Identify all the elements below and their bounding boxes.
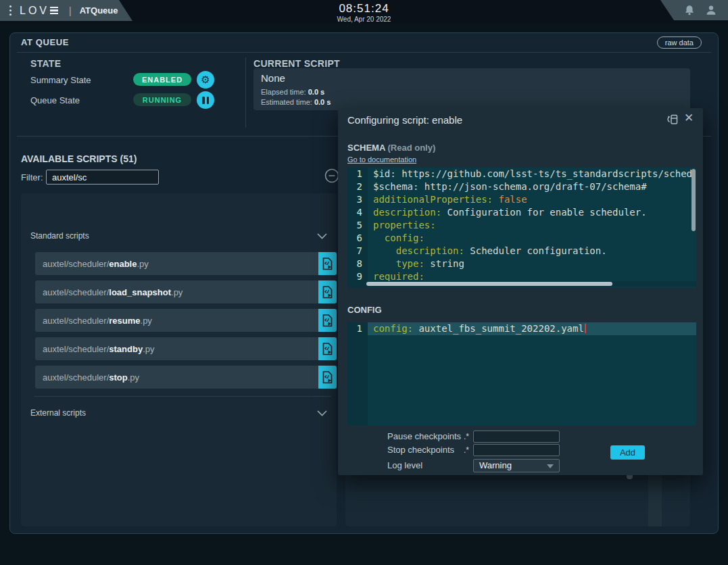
- code-line: 8 type: string: [347, 257, 696, 270]
- launch-script-button[interactable]: [318, 337, 337, 360]
- text-cursor: [585, 324, 586, 333]
- script-row[interactable]: auxtel/scheduler/enable.py: [35, 252, 337, 275]
- code-line: 7 description: Scheduler configuration.: [347, 245, 696, 257]
- logo-text: LOV: [20, 5, 49, 17]
- launch-script-icon: [322, 371, 333, 384]
- menu-kebab-icon[interactable]: [8, 4, 13, 17]
- stop-checkpoints-pattern: .*: [464, 445, 473, 455]
- detach-window-icon[interactable]: [666, 113, 679, 126]
- configure-script-modal: Configuring script: enable ✕ SCHEMA (Rea…: [338, 108, 703, 475]
- code-line: 2$schema: http://json-schema.org/draft-0…: [347, 180, 696, 193]
- settings-gear-button[interactable]: ⚙: [197, 71, 214, 89]
- divider: [17, 52, 711, 53]
- page-title: ATQueue: [80, 5, 118, 16]
- script-path: auxtel/scheduler/standby.py: [35, 337, 318, 360]
- pause-checkpoints-pattern: .*: [464, 432, 473, 441]
- current-script-heading: CURRENT SCRIPT: [253, 58, 340, 69]
- select-arrow-icon: [547, 464, 554, 468]
- modal-title: Configuring script: enable: [347, 114, 462, 126]
- header-right-block: [647, 0, 728, 20]
- config-heading: CONFIG: [347, 305, 382, 315]
- chevron-down-icon: [317, 410, 327, 416]
- code-line: 5properties:: [347, 219, 696, 232]
- love-logo: LOV: [20, 5, 58, 17]
- stop-checkpoints-label: Stop checkpoints: [387, 445, 464, 455]
- script-row[interactable]: auxtel/scheduler/load_snapshot.py: [35, 280, 337, 303]
- launch-script-icon: [322, 314, 333, 327]
- stop-checkpoints-row: Stop checkpoints .*: [387, 443, 560, 456]
- script-path: auxtel/scheduler/resume.py: [35, 309, 318, 332]
- filter-label: Filter:: [21, 172, 43, 182]
- pause-checkpoints-label: Pause checkpoints: [387, 431, 464, 441]
- launch-script-button[interactable]: [318, 252, 337, 275]
- gear-icon: ⚙: [201, 75, 210, 85]
- schema-readonly-note: (Read only): [387, 143, 435, 153]
- clock: 08:51:24 Wed, Apr 20 2022: [337, 2, 391, 23]
- close-icon[interactable]: ✕: [684, 111, 694, 124]
- schema-code-editor[interactable]: 1$id: https://github.com/lsst-ts/ts_stan…: [347, 168, 696, 288]
- header-left-block: LOV | ATQueue: [0, 0, 132, 21]
- log-level-label: Log level: [387, 460, 473, 470]
- summary-state-label: Summary State: [30, 75, 91, 85]
- code-line: 1config: auxtel_fbs_summit_202202.yaml: [347, 322, 696, 335]
- code-line: 4description: Configuration for enable s…: [347, 206, 696, 219]
- schema-hscrollbar-thumb[interactable]: [366, 282, 612, 286]
- standard-scripts-group-header[interactable]: Standard scripts: [30, 226, 327, 246]
- log-level-select[interactable]: Warning: [473, 459, 560, 472]
- launch-script-button[interactable]: [318, 309, 337, 332]
- script-row[interactable]: auxtel/scheduler/stop.py: [35, 366, 337, 389]
- notifications-bell-icon[interactable]: [683, 4, 696, 16]
- schema-vscrollbar-thumb[interactable]: [691, 169, 696, 231]
- clock-date: Wed, Apr 20 2022: [337, 16, 391, 23]
- pause-checkpoints-input[interactable]: [473, 431, 560, 443]
- summary-state-badge: ENABLED: [133, 73, 191, 86]
- line-number-gutter: [347, 322, 368, 426]
- user-account-icon[interactable]: [705, 4, 717, 16]
- standard-scripts-label: Standard scripts: [30, 231, 89, 241]
- launch-script-icon: [322, 343, 333, 355]
- scripts-list-panel: Standard scripts auxtel/scheduler/enable…: [21, 193, 337, 526]
- app-root: LOV | ATQueue 08:51:24 Wed, Apr 20 2022 …: [0, 0, 728, 565]
- external-scripts-group-header[interactable]: External scripts: [30, 403, 327, 423]
- queue-state-label: Queue State: [30, 95, 80, 105]
- launch-script-icon: [322, 286, 333, 299]
- header-separator: |: [69, 5, 72, 16]
- launch-script-button[interactable]: [318, 366, 337, 389]
- filter-input[interactable]: [46, 170, 159, 185]
- pause-checkpoints-row: Pause checkpoints .*: [387, 430, 560, 443]
- log-level-value: Warning: [479, 460, 512, 470]
- code-line: 1$id: https://github.com/lsst-ts/ts_stan…: [347, 168, 696, 180]
- estimated-time: Estimated time: 0.0 s: [261, 98, 331, 106]
- code-line: 6 config:: [347, 232, 696, 245]
- pause-queue-button[interactable]: [197, 91, 214, 109]
- clock-time: 08:51:24: [337, 2, 391, 16]
- logo-e-bars-icon: [50, 7, 58, 15]
- top-header: LOV | ATQueue 08:51:24 Wed, Apr 20 2022: [0, 0, 728, 23]
- divider: [245, 57, 246, 128]
- elapsed-time: Elapsed time: 0.0 s: [261, 88, 324, 96]
- script-path: auxtel/scheduler/stop.py: [35, 366, 318, 389]
- panel-title: AT QUEUE: [21, 37, 69, 47]
- chevron-down-icon: [317, 233, 327, 239]
- script-row[interactable]: auxtel/scheduler/resume.py: [35, 309, 337, 332]
- queue-state-badge: RUNNING: [133, 93, 191, 106]
- add-button[interactable]: Add: [610, 445, 645, 460]
- script-row[interactable]: auxtel/scheduler/standby.py: [35, 337, 337, 360]
- schema-hscrollbar: [347, 281, 696, 287]
- state-heading: STATE: [30, 58, 61, 69]
- pause-icon: [202, 97, 209, 104]
- current-script-name: None: [261, 72, 285, 84]
- raw-data-button[interactable]: raw data: [657, 36, 702, 49]
- log-level-row: Log level Warning: [387, 459, 560, 472]
- schema-heading: SCHEMA (Read only): [347, 143, 435, 153]
- launch-script-icon: [322, 257, 333, 270]
- divider: [34, 396, 331, 397]
- current-script-card: None Elapsed time: 0.0 s Estimated time:…: [253, 68, 690, 110]
- documentation-link[interactable]: Go to documentation: [347, 155, 416, 164]
- config-code-editor[interactable]: 1config: auxtel_fbs_summit_202202.yaml: [347, 322, 696, 426]
- script-path: auxtel/scheduler/enable.py: [35, 252, 318, 275]
- stop-checkpoints-input[interactable]: [473, 444, 560, 456]
- launch-script-button[interactable]: [318, 280, 337, 303]
- available-scripts-heading: AVAILABLE SCRIPTS (51): [21, 153, 137, 164]
- external-scripts-label: External scripts: [30, 408, 86, 418]
